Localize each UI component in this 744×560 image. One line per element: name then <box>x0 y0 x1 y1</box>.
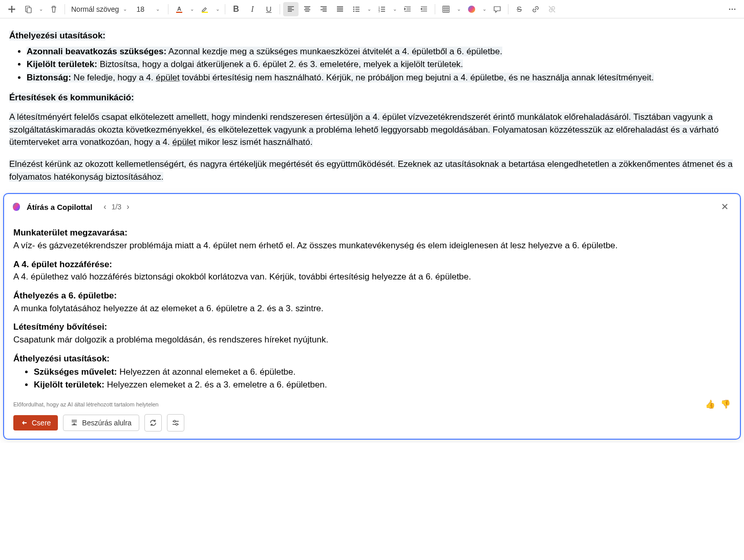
paste-dropdown[interactable]: ⌄ <box>37 6 45 12</box>
separator <box>280 4 280 14</box>
table-dropdown[interactable]: ⌄ <box>455 6 463 12</box>
svg-point-12 <box>468 6 475 13</box>
svg-point-15 <box>734 8 736 10</box>
align-center-button[interactable] <box>300 2 315 16</box>
doc-heading: Értesítések és kommunikáció: <box>9 93 134 102</box>
copilot-icon[interactable] <box>464 2 479 16</box>
svg-point-17 <box>176 424 178 426</box>
regenerate-button[interactable] <box>144 414 162 432</box>
strikethrough-button[interactable]: S <box>512 2 527 16</box>
paste-icon[interactable] <box>20 2 36 16</box>
replace-icon <box>20 419 28 426</box>
style-label: Normál szöveg <box>71 5 119 13</box>
suggestion-bullet: Szükséges művelet: Helyezzen át azonnal … <box>34 366 731 379</box>
bullet-dropdown[interactable]: ⌄ <box>365 6 373 12</box>
numbered-dropdown[interactable]: ⌄ <box>391 6 399 12</box>
highlight-dropdown[interactable]: ⌄ <box>214 6 222 12</box>
font-color-icon[interactable]: A <box>172 2 187 16</box>
next-suggestion-button[interactable]: › <box>126 202 129 211</box>
svg-rect-11 <box>443 6 449 12</box>
copilot-logo-icon <box>11 202 22 212</box>
svg-point-7 <box>353 10 354 11</box>
indent-increase-button[interactable] <box>416 2 432 16</box>
indent-decrease-button[interactable] <box>400 2 415 16</box>
separator <box>435 4 435 14</box>
separator <box>168 4 168 14</box>
bold-button[interactable]: B <box>228 2 244 16</box>
svg-point-16 <box>174 421 176 423</box>
copilot-title: Átírás a Copilottal <box>27 203 92 211</box>
suggestion-heading: Munkaterület megzavarása: <box>13 227 731 240</box>
align-right-button[interactable] <box>316 2 331 16</box>
svg-rect-3 <box>176 12 182 13</box>
copilot-actions: Csere Beszúrás alulra <box>4 411 740 439</box>
copilot-header: Átírás a Copilottal ‹ 1/3 › ✕ <box>4 194 740 220</box>
doc-paragraph: A létesítményért felelős csapat elkötele… <box>9 111 735 149</box>
italic-button[interactable]: I <box>245 2 260 16</box>
svg-rect-4 <box>202 12 208 13</box>
svg-rect-1 <box>27 8 31 13</box>
doc-link[interactable]: épület <box>156 73 179 82</box>
svg-point-6 <box>353 8 354 9</box>
table-icon[interactable] <box>438 2 454 16</box>
suggestion-text: A 4. épülethez való hozzáférés biztonság… <box>13 271 731 284</box>
font-color-dropdown[interactable]: ⌄ <box>188 6 196 12</box>
doc-paragraph: Elnézést kérünk az okozott kellemetlensé… <box>9 158 735 183</box>
prev-suggestion-button[interactable]: ‹ <box>103 202 106 211</box>
suggestion-text: Csapatunk már dolgozik a probléma megold… <box>13 334 731 347</box>
highlight-icon[interactable] <box>197 2 212 16</box>
suggestion-heading: Létesítmény bővítései: <box>13 321 731 334</box>
doc-link[interactable]: épület <box>172 137 196 147</box>
suggestion-heading: Áthelyezés a 6. épületbe: <box>13 290 731 303</box>
ribbon-toolbar: ⌄ Normál szöveg⌄ 18⌄ A ⌄ ⌄ B I U ⌄ 123 ⌄… <box>0 0 744 18</box>
thumbs-down-button[interactable]: 👎 <box>720 399 731 409</box>
font-size-selector[interactable]: 18⌄ <box>133 2 165 16</box>
separator <box>508 4 508 14</box>
svg-point-5 <box>353 6 354 7</box>
suggestion-counter: 1/3 <box>112 203 121 211</box>
adjust-icon <box>172 419 180 427</box>
adjust-button[interactable] <box>167 414 184 432</box>
trash-icon[interactable] <box>46 2 61 16</box>
insert-below-button[interactable]: Beszúrás alulra <box>63 415 139 431</box>
close-button[interactable]: ✕ <box>717 199 733 214</box>
separator <box>225 4 225 14</box>
regenerate-icon <box>149 419 157 427</box>
suggestion-text: A víz- és gázvezetékrendszer problémája … <box>13 240 731 252</box>
bullet-list-button[interactable] <box>349 2 364 16</box>
align-left-button[interactable] <box>283 2 299 16</box>
font-size-value: 18 <box>136 5 144 13</box>
underline-button[interactable]: U <box>261 2 277 16</box>
copilot-dropdown[interactable]: ⌄ <box>480 6 488 12</box>
separator <box>65 4 65 14</box>
numbered-list-button[interactable]: 123 <box>374 2 390 16</box>
svg-text:3: 3 <box>378 10 380 13</box>
doc-bullet: Biztonság: Ne feledje, hogy a 4. épület … <box>27 72 735 84</box>
svg-point-14 <box>732 8 733 10</box>
document-body[interactable]: Áthelyezési utasítások: Azonnali beavatk… <box>0 18 744 190</box>
svg-text:A: A <box>177 6 181 12</box>
thumbs-up-button[interactable]: 👍 <box>705 399 715 409</box>
doc-bullet: Kijelölt területek: Biztosítsa, hogy a d… <box>27 58 735 71</box>
copilot-rewrite-pane: Átírás a Copilottal ‹ 1/3 › ✕ Munkaterül… <box>3 193 741 440</box>
suggestion-heading: Áthelyezési utasítások: <box>13 353 731 365</box>
suggestion-bullet: Kijelölt területek: Helyezzen elemeket a… <box>34 379 731 392</box>
align-justify-button[interactable] <box>332 2 348 16</box>
comment-icon[interactable] <box>490 2 505 16</box>
doc-heading: Áthelyezési utasítások: <box>9 31 105 40</box>
suggestion-heading: A 4. épület hozzáférése: <box>13 259 731 271</box>
doc-bullet: Azonnali beavatkozás szükséges: Azonnal … <box>27 46 735 58</box>
unlink-icon[interactable] <box>544 2 560 16</box>
insert-below-icon <box>71 419 78 426</box>
ai-disclaimer: Előfordulhat, hogy az AI által létrehozo… <box>13 401 159 407</box>
suggestion-text: A munka folytatásához helyezze át az ele… <box>13 303 731 315</box>
move-icon[interactable] <box>4 2 19 16</box>
svg-point-13 <box>729 8 731 10</box>
more-icon[interactable] <box>725 2 740 16</box>
style-selector[interactable]: Normál szöveg⌄ <box>68 2 132 16</box>
replace-button[interactable]: Csere <box>13 415 58 430</box>
link-icon[interactable] <box>528 2 543 16</box>
copilot-suggestion-body[interactable]: Munkaterület megzavarása: A víz- és gázv… <box>4 220 740 396</box>
